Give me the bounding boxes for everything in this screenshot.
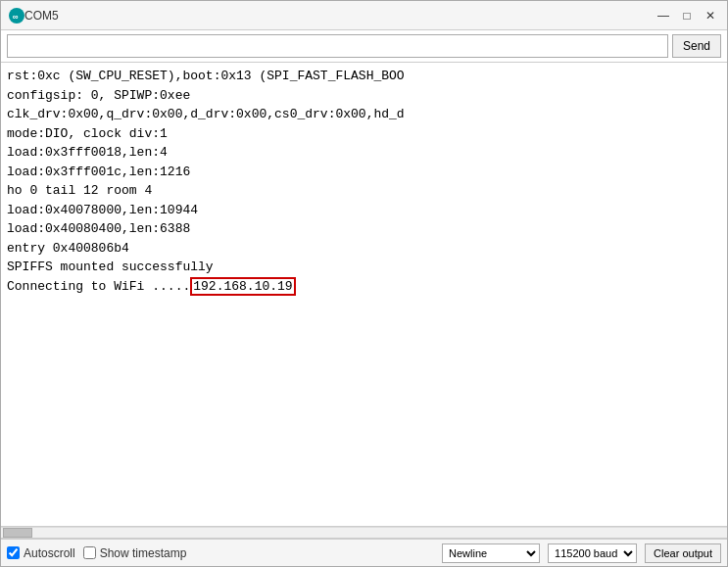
output-line: ho 0 tail 12 room 4 (7, 181, 721, 201)
serial-input[interactable] (7, 34, 668, 58)
status-bar: Autoscroll Show timestamp No line ending… (1, 539, 727, 566)
window-controls: — □ ✕ (655, 7, 719, 24)
clear-output-button[interactable]: Clear output (645, 543, 721, 563)
autoscroll-group: Autoscroll (7, 546, 75, 560)
close-button[interactable]: ✕ (702, 7, 719, 24)
newline-select[interactable]: No line ending Newline Carriage return B… (442, 543, 540, 563)
output-line: load:0x3fff0018,len:4 (7, 143, 721, 163)
maximize-button[interactable]: □ (678, 7, 696, 24)
baud-select[interactable]: 300 1200 2400 4800 9600 19200 38400 5760… (548, 543, 637, 563)
horizontal-scrollbar[interactable] (1, 527, 727, 539)
svg-text:∞: ∞ (13, 13, 19, 21)
timestamp-group: Show timestamp (83, 546, 187, 560)
title-bar: ∞ COM5 — □ ✕ (1, 1, 727, 30)
timestamp-label: Show timestamp (100, 546, 187, 560)
output-line: load:0x40078000,len:10944 (7, 201, 721, 220)
output-line-wifi: Connecting to WiFi .....192.168.10.19 (7, 277, 721, 297)
output-line: clk_drv:0x00,q_drv:0x00,d_drv:0x00,cs0_d… (7, 105, 721, 124)
output-line: load:0x3fff001c,len:1216 (7, 163, 721, 182)
window-title: COM5 (24, 9, 655, 23)
timestamp-checkbox[interactable] (83, 546, 96, 559)
autoscroll-label: Autoscroll (24, 546, 75, 560)
output-area: rst:0xc (SW_CPU_RESET),boot:0x13 (SPI_FA… (1, 63, 727, 527)
output-line: entry 0x400806b4 (7, 239, 721, 259)
output-line: rst:0xc (SW_CPU_RESET),boot:0x13 (SPI_FA… (7, 67, 721, 86)
ip-address-highlight: 192.168.10.19 (190, 277, 295, 296)
send-button[interactable]: Send (672, 34, 721, 58)
output-line: load:0x40080400,len:6388 (7, 219, 721, 239)
autoscroll-checkbox[interactable] (7, 546, 20, 559)
output-line: mode:DIO, clock div:1 (7, 124, 721, 144)
serial-monitor-window: ∞ COM5 — □ ✕ Send rst:0xc (SW_CPU_RESET)… (0, 0, 728, 567)
minimize-button[interactable]: — (655, 7, 672, 24)
hscroll-thumb[interactable] (3, 528, 32, 538)
output-line: configsip: 0, SPIWP:0xee (7, 86, 721, 106)
input-row: Send (1, 30, 727, 63)
app-icon: ∞ (9, 8, 24, 24)
output-line: SPIFFS mounted successfully (7, 258, 721, 277)
